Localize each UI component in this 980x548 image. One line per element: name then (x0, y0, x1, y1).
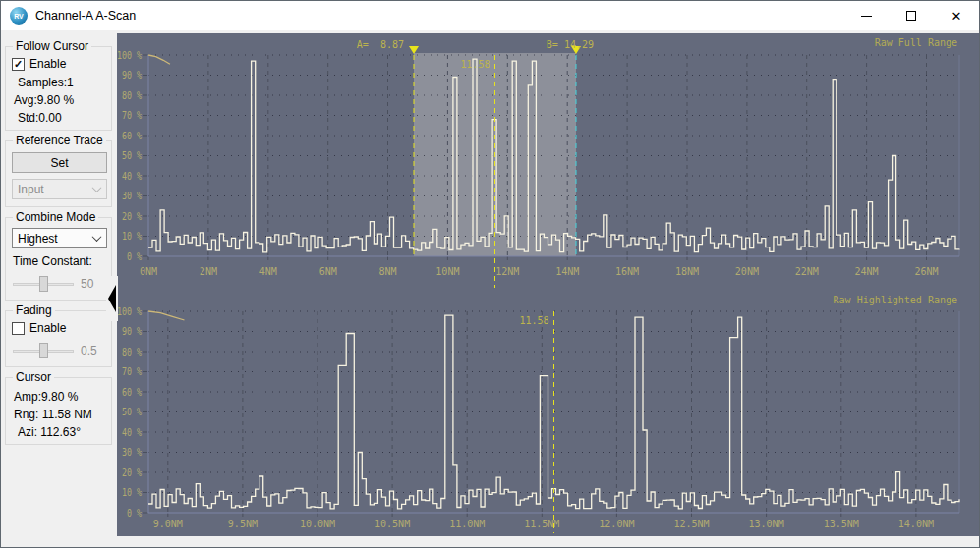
slider-thumb[interactable] (39, 343, 48, 358)
fading-group: Fading Enable 0.5 (5, 310, 112, 367)
fading-group-title: Fading (13, 303, 55, 317)
std-label: Std: (18, 111, 38, 125)
chart-raw-full-range[interactable]: 100 %90 %80 %70 %60 %50 %40 %30 %20 %10 … (117, 33, 979, 291)
time-constant-value: 50 (81, 277, 93, 291)
cursor-rng-row: Rng: 11.58 NM (14, 408, 107, 421)
x-tick-label: 2NM (200, 266, 217, 277)
app-window: RV Channel-A A-Scan ✕ Follow Cursor ✓ En… (0, 0, 980, 548)
x-tick-label: 8NM (378, 266, 396, 277)
y-tick-label: 70 % (122, 110, 142, 121)
y-tick-label: 20 % (122, 211, 142, 222)
x-tick-label: 6NM (319, 266, 337, 277)
time-constant-label: Time Constant: (13, 254, 107, 268)
a-scan-raw-full-range[interactable]: 100 %90 %80 %70 %60 %50 %40 %30 %20 %10 … (117, 33, 979, 291)
y-tick-label: 40 % (122, 171, 142, 182)
time-constant-row: 50 (13, 275, 107, 293)
cursor-label: 11.58 (519, 315, 548, 326)
a-scan-raw-highlighted-range[interactable]: 100 %90 %80 %70 %60 %50 %40 %30 %20 %10 … (117, 291, 979, 536)
y-tick-label: 100 % (117, 50, 142, 61)
titlebar-buttons: ✕ (843, 1, 979, 30)
y-tick-label: 60 % (122, 387, 142, 398)
window-bottom-strip (117, 536, 979, 548)
maximize-button[interactable] (889, 1, 934, 30)
cursor-amp-value: 9.80 % (41, 390, 78, 404)
collapse-left-icon (108, 285, 116, 312)
combine-mode-group-title: Combine Mode (13, 210, 98, 224)
avg-stat: Avg:9.80 % (14, 93, 107, 107)
reference-source-value: Input (18, 183, 44, 196)
cursor-amp-label: Amp: (14, 390, 41, 404)
y-tick-label: 40 % (122, 427, 142, 438)
fading-slider[interactable] (13, 342, 74, 359)
x-tick-label: 16NM (615, 266, 639, 277)
time-constant-slider[interactable] (13, 275, 74, 293)
x-tick-label: 0NM (140, 266, 157, 277)
x-tick-label: 4NM (259, 266, 277, 277)
cursor-azi-row: Azi: 112.63° (18, 425, 107, 439)
set-reference-button[interactable]: Set (12, 152, 107, 173)
cursor-azi-value: 112.63° (40, 425, 81, 439)
x-tick-label: 22NM (795, 266, 819, 277)
samples-label: Samples: (18, 76, 67, 89)
y-tick-label: 30 % (122, 447, 142, 458)
fading-enable-checkbox[interactable] (12, 322, 25, 335)
y-tick-label: 80 % (122, 347, 142, 357)
y-tick-label: 50 % (122, 407, 142, 417)
close-icon: ✕ (951, 10, 962, 23)
std-value: 0.00 (38, 111, 61, 125)
y-tick-label: 10 % (122, 231, 142, 242)
follow-cursor-enable-checkbox[interactable]: ✓ (12, 58, 25, 71)
app-icon: RV (10, 7, 28, 25)
y-tick-label: 50 % (122, 150, 142, 161)
window-title: Channel-A A-Scan (35, 9, 136, 23)
range_start-label: A= 8.87 (357, 39, 404, 50)
close-button[interactable]: ✕ (934, 1, 979, 30)
x-tick-label: 11.0NM (449, 519, 485, 529)
x-tick-label: 12.5NM (673, 519, 709, 529)
follow-cursor-enable-row[interactable]: ✓ Enable (12, 57, 107, 71)
x-tick-label: 24NM (855, 266, 879, 277)
slider-thumb[interactable] (39, 276, 48, 292)
y-tick-label: 60 % (122, 131, 142, 141)
chart-stack: 100 %90 %80 %70 %60 %50 %40 %30 %20 %10 … (117, 33, 979, 536)
range_end-label: B= 14.29 (547, 39, 594, 50)
chart-raw-highlighted-range[interactable]: 100 %90 %80 %70 %60 %50 %40 %30 %20 %10 … (117, 291, 979, 536)
chevron-down-icon (92, 232, 102, 242)
reference-trace-group: Reference Trace Set Input (5, 140, 112, 207)
y-tick-label: 10 % (122, 487, 142, 498)
y-tick-label: 100 % (117, 306, 142, 317)
reference-source-dropdown[interactable]: Input (12, 179, 107, 199)
chart-area: 100 %90 %80 %70 %60 %50 %40 %30 %20 %10 … (117, 30, 979, 547)
x-tick-label: 12.0NM (599, 519, 634, 529)
x-tick-label: 13.5NM (824, 519, 859, 529)
follow-cursor-group-title: Follow Cursor (13, 39, 91, 53)
x-tick-label: 20NM (735, 266, 759, 277)
x-tick-label: 14NM (555, 266, 579, 277)
cursor-amp-row: Amp:9.80 % (14, 390, 107, 404)
fading-value: 0.5 (81, 344, 97, 357)
combine-mode-dropdown[interactable]: Highest (12, 228, 107, 248)
x-tick-label: 9.0NM (153, 519, 183, 529)
y-tick-label: 20 % (122, 467, 142, 478)
plot-title: Raw Highlighted Range (834, 295, 957, 305)
y-tick-label: 70 % (122, 366, 142, 377)
fading-row: 0.5 (13, 342, 107, 359)
x-tick-label: 26NM (914, 266, 938, 277)
x-tick-label: 12NM (495, 266, 519, 277)
samples-stat: Samples:1 (18, 76, 107, 89)
chevron-down-icon (92, 183, 102, 192)
follow-cursor-group: Follow Cursor ✓ Enable Samples:1 Avg:9.8… (5, 46, 112, 131)
y-tick-label: 30 % (122, 191, 142, 201)
plot-title: Raw Full Range (875, 37, 957, 48)
minimize-button[interactable] (843, 1, 889, 30)
maximize-icon (906, 11, 916, 21)
x-tick-label: 9.5NM (228, 519, 258, 529)
reference-trace-group-title: Reference Trace (13, 134, 106, 147)
fading-enable-row[interactable]: Enable (12, 321, 107, 335)
samples-value: 1 (67, 76, 74, 89)
sidebar-collapse-handle[interactable] (106, 276, 118, 321)
cursor-group-title: Cursor (13, 370, 54, 384)
y-tick-label: 90 % (122, 326, 142, 337)
y-tick-label: 0 % (127, 251, 142, 262)
cursor-group: Cursor Amp:9.80 % Rng: 11.58 NM Azi: 112… (5, 377, 112, 445)
